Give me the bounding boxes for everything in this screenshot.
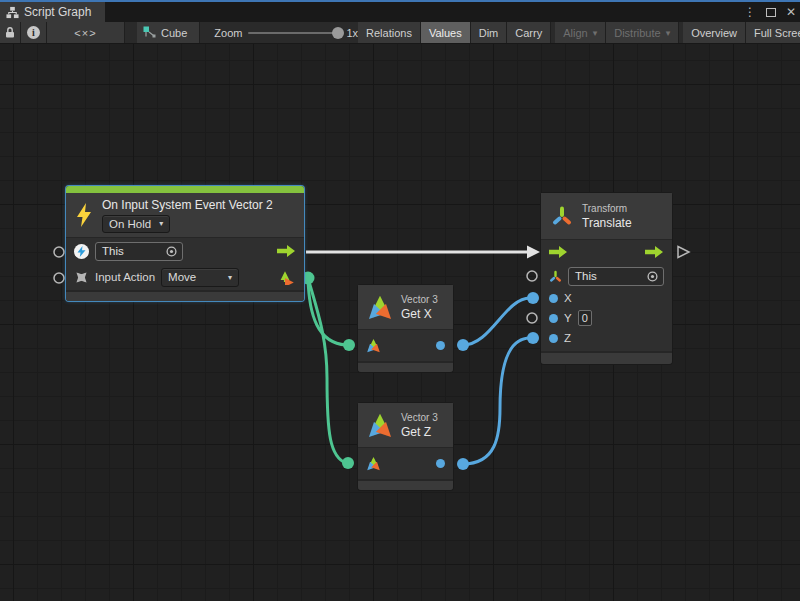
transform-icon [551, 205, 573, 227]
vector2-output-icon[interactable] [280, 269, 296, 285]
vector3-icon [366, 411, 394, 439]
z-port-label: Z [564, 332, 571, 344]
zoom-value: 1x [346, 27, 358, 39]
event-action-dropdown[interactable]: Move ▾ [161, 268, 239, 287]
y-value-field[interactable]: 0 [578, 310, 592, 326]
carry-button[interactable]: Carry [507, 22, 551, 43]
event-action-label: Input Action [95, 271, 155, 283]
node-get-x[interactable]: Vector 3 Get X [358, 285, 453, 372]
translate-z-row: Z [541, 328, 672, 348]
translate-node-header[interactable]: Transform Translate [541, 193, 672, 240]
port-translate-y-input[interactable] [527, 313, 537, 323]
overview-button[interactable]: Overview [683, 22, 746, 43]
code-view-icon: <×> [74, 27, 96, 39]
close-icon[interactable]: ✕ [786, 2, 796, 22]
getx-category: Vector 3 [401, 294, 438, 305]
vector3-input-port-icon[interactable] [366, 338, 381, 353]
getz-node-header[interactable]: Vector 3 Get Z [358, 403, 453, 448]
code-view-button[interactable]: <×> [47, 22, 125, 43]
object-picker-icon[interactable] [165, 245, 178, 258]
translate-node-footer [541, 351, 672, 364]
x-port-dot[interactable] [549, 294, 558, 303]
chevron-down-icon: ▾ [593, 28, 598, 38]
node-transform-translate[interactable]: Transform Translate [541, 193, 672, 364]
toolbar-left-group: i <×> Cube Zoom 1x [0, 22, 358, 43]
maximize-icon[interactable] [766, 8, 776, 17]
port-translate-this-input[interactable] [527, 271, 537, 281]
tab-script-graph[interactable]: Script Graph [0, 2, 105, 22]
relations-button[interactable]: Relations [358, 22, 421, 43]
flow-output-arrow-icon[interactable] [277, 245, 296, 257]
zoom-label: Zoom [214, 27, 242, 39]
wire-dot-getz-output [457, 458, 469, 470]
fullscreen-button[interactable]: Full Screen [746, 22, 800, 43]
flow-input-arrow-icon[interactable] [549, 246, 568, 258]
event-mode-dropdown[interactable]: On Hold ▾ [102, 215, 170, 233]
y-port-dot[interactable] [549, 314, 558, 323]
getz-output-port[interactable] [436, 459, 445, 468]
wire-vector2-to-getz[interactable] [308, 278, 346, 463]
wire-getx-to-x[interactable] [463, 298, 530, 345]
getx-title: Get X [401, 307, 438, 321]
tab-bar: Script Graph ⋮ ✕ [0, 0, 800, 22]
translate-title: Translate [582, 216, 632, 230]
getz-body-row [358, 448, 453, 479]
graph-asset-icon [143, 26, 156, 39]
object-picker-icon[interactable] [646, 270, 659, 283]
window-controls: ⋮ ✕ [744, 2, 796, 22]
translate-flow-row [541, 240, 672, 264]
event-node-footer [66, 290, 304, 301]
info-button[interactable]: i [21, 22, 47, 43]
vector3-input-port-icon[interactable] [366, 456, 381, 471]
port-event-action-input[interactable] [54, 273, 64, 283]
port-event-this-input[interactable] [54, 247, 64, 257]
transform-mini-icon [549, 270, 562, 283]
zoom-slider-handle[interactable] [332, 27, 344, 39]
wire-getz-to-z[interactable] [463, 338, 530, 464]
input-action-icon [74, 270, 89, 285]
getx-body-row [358, 330, 453, 361]
values-button[interactable]: Values [421, 22, 471, 43]
chevron-down-icon: ▾ [666, 28, 671, 38]
event-target-field[interactable]: This [95, 242, 183, 261]
translate-target-field[interactable]: This [568, 267, 664, 286]
port-translate-flow-output[interactable] [678, 247, 689, 258]
zoom-slider[interactable] [248, 32, 340, 34]
getx-node-header[interactable]: Vector 3 Get X [358, 285, 453, 330]
getx-output-port[interactable] [436, 341, 445, 350]
graph-toolbar: i <×> Cube Zoom 1x Rela [0, 22, 800, 44]
dim-button[interactable]: Dim [471, 22, 508, 43]
align-button[interactable]: Align ▾ [555, 22, 606, 43]
event-node-title: On Input System Event Vector 2 [102, 198, 273, 212]
script-graph-window: Script Graph ⋮ ✕ i <×> [0, 0, 800, 601]
input-system-icon [74, 244, 89, 259]
z-port-dot[interactable] [549, 334, 558, 343]
event-this-row: This [66, 238, 304, 264]
window-menu-icon[interactable]: ⋮ [744, 2, 756, 22]
info-icon: i [27, 26, 40, 39]
zoom-control: Zoom 1x [214, 22, 358, 43]
tab-label: Script Graph [24, 5, 91, 19]
breadcrumb-label: Cube [161, 27, 187, 39]
wire-vector2-to-getx[interactable] [308, 278, 346, 345]
translate-this-row: This [541, 264, 672, 288]
graph-canvas[interactable]: On Input System Event Vector 2 On Hold ▾… [0, 44, 800, 601]
getx-node-footer [358, 361, 453, 372]
event-node-header[interactable]: On Input System Event Vector 2 On Hold ▾ [66, 193, 304, 238]
port-translate-z-input[interactable] [527, 332, 539, 344]
lock-button[interactable] [0, 22, 21, 43]
translate-y-row: Y 0 [541, 308, 672, 328]
distribute-button[interactable]: Distribute ▾ [606, 22, 679, 43]
port-translate-x-input[interactable] [527, 292, 539, 304]
vector3-icon [366, 293, 394, 321]
breadcrumb[interactable]: Cube [137, 22, 200, 43]
getz-title: Get Z [401, 425, 438, 439]
node-on-input-system-event[interactable]: On Input System Event Vector 2 On Hold ▾… [66, 186, 304, 301]
chevron-down-icon: ▾ [228, 273, 232, 282]
flow-output-arrow-icon[interactable] [645, 246, 664, 258]
node-get-z[interactable]: Vector 3 Get Z [358, 403, 453, 490]
event-action-row: Input Action Move ▾ [66, 264, 304, 290]
chevron-down-icon: ▾ [159, 219, 163, 228]
wire-flow-arrowhead [527, 246, 540, 259]
wire-dot-getx-output [457, 339, 469, 351]
